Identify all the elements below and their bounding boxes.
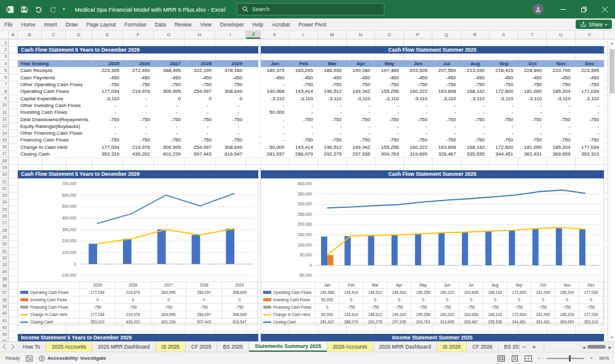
column-header-I[interactable]: I: [215, 31, 246, 39]
statement-cell[interactable]: -750: [518, 116, 547, 122]
menu-tab-page-layout[interactable]: Page Layout: [82, 18, 121, 31]
statement-cell[interactable]: -750: [518, 81, 547, 88]
month-header[interactable]: Jul: [432, 61, 461, 66]
statement-cell[interactable]: 353,319: [92, 151, 123, 157]
statement-cell[interactable]: -3,110: [547, 95, 576, 101]
month-header[interactable]: Jun: [404, 61, 433, 66]
search-input[interactable]: Search: [237, 3, 384, 15]
statement-cell[interactable]: 297,935: [347, 151, 376, 157]
statement-cell[interactable]: -: [375, 130, 404, 136]
statement-cell[interactable]: -: [154, 102, 184, 109]
row-filler[interactable]: [246, 130, 258, 136]
tab-scroll-left-icon[interactable]: [0, 342, 9, 352]
statement-cell[interactable]: -450: [461, 74, 490, 81]
statement-cell[interactable]: -750: [432, 116, 461, 122]
row-header-5[interactable]: 5: [0, 67, 9, 74]
statement-cell[interactable]: -750: [290, 81, 319, 88]
statement-cell[interactable]: -750: [123, 81, 154, 88]
statement-row-label[interactable]: Investing Cash Flows: [18, 109, 92, 116]
row-header-31[interactable]: 31: [0, 248, 9, 255]
statement-cell[interactable]: 185,204: [547, 88, 576, 95]
statement-cell[interactable]: 281,937: [261, 151, 290, 157]
statement-cell[interactable]: -750: [184, 136, 215, 143]
row-header-22[interactable]: 22: [0, 185, 9, 192]
statement-cell[interactable]: 183,245: [290, 67, 319, 74]
statement-cell[interactable]: 0: [154, 95, 184, 101]
normal-view-icon[interactable]: [498, 355, 505, 362]
statement-cell[interactable]: 228,840: [518, 67, 547, 74]
statement-cell[interactable]: 181,090: [518, 88, 547, 95]
month-header[interactable]: Jan: [261, 61, 290, 66]
statement-cell[interactable]: -750: [576, 116, 605, 122]
statement-cell[interactable]: 149,342: [347, 144, 376, 151]
statement-cell[interactable]: 190,280: [347, 67, 376, 74]
statement-cell[interactable]: -: [318, 130, 347, 136]
menu-tab-home[interactable]: Home: [17, 18, 40, 31]
statement-cell[interactable]: -: [461, 130, 490, 136]
column-header-M[interactable]: M: [318, 31, 347, 39]
row-header-18[interactable]: 18: [0, 157, 9, 164]
statement-cell[interactable]: 319,695: [404, 151, 433, 157]
statement-cell[interactable]: -750: [576, 136, 605, 143]
row-headers[interactable]: 1234567891011121314151617181920212223242…: [0, 39, 9, 341]
column-header-U[interactable]: U: [547, 31, 576, 39]
statement-cell[interactable]: -3,110: [290, 95, 319, 101]
statement-cell[interactable]: -3,110: [261, 95, 290, 101]
statement-row-label[interactable]: Cash Payments: [18, 74, 92, 81]
statement-cell[interactable]: -3,110: [576, 95, 605, 101]
row-header-9[interactable]: 9: [0, 95, 9, 101]
month-header[interactable]: Nov: [547, 61, 576, 66]
sheet-tab-2025-mrr-dashboard[interactable]: 2025 MRR Dashboard: [92, 342, 156, 352]
row-header-43[interactable]: 43: [0, 331, 9, 338]
row-filler[interactable]: [246, 88, 258, 95]
statement-cell[interactable]: 368,495: [154, 67, 184, 74]
statement-cell[interactable]: 163,608: [432, 144, 461, 151]
row-header-36[interactable]: 36: [0, 282, 9, 289]
statement-cell[interactable]: -: [123, 102, 154, 109]
row-filler[interactable]: [246, 102, 258, 109]
statement-cell[interactable]: 439,202: [123, 151, 154, 157]
statement-cell[interactable]: -3,110: [375, 95, 404, 101]
statement-cell[interactable]: -: [318, 102, 347, 109]
column-header-V[interactable]: V: [576, 31, 605, 39]
row-header-34[interactable]: 34: [0, 269, 9, 275]
column-header-H[interactable]: H: [184, 31, 215, 39]
statement-cell[interactable]: -: [215, 102, 246, 109]
statement-cell[interactable]: -: [461, 123, 490, 130]
statement-cell[interactable]: -: [92, 102, 123, 109]
statement-cell[interactable]: -750: [154, 116, 184, 122]
column-header-D[interactable]: D: [66, 31, 92, 39]
statement-cell[interactable]: -3,110: [432, 95, 461, 101]
column-header-P[interactable]: P: [404, 31, 433, 39]
statement-cell[interactable]: -450: [347, 74, 376, 81]
statement-cell[interactable]: -750: [547, 81, 576, 88]
statement-cell[interactable]: -750: [461, 81, 490, 88]
column-header-B[interactable]: B: [18, 31, 42, 39]
statement-cell[interactable]: -: [518, 123, 547, 130]
statement-cell[interactable]: -: [547, 130, 576, 136]
statement-cell[interactable]: 254,097: [184, 88, 215, 95]
statement-cell[interactable]: -750: [461, 116, 490, 122]
qat-customize-icon[interactable]: ▾: [63, 7, 65, 12]
menu-tab-review[interactable]: Review: [170, 18, 196, 31]
statement-cell[interactable]: -750: [404, 136, 433, 143]
row-header-15[interactable]: 15: [0, 136, 9, 143]
hscroll-right-icon[interactable]: ▶: [608, 345, 611, 349]
statement-cell[interactable]: -: [154, 123, 184, 130]
statement-cell[interactable]: 219,976: [123, 88, 154, 95]
year-ending-header[interactable]: Year Ending: [18, 61, 92, 66]
statement-cell[interactable]: 300,995: [154, 88, 184, 95]
statement-cell[interactable]: -: [432, 123, 461, 130]
zoom-out-icon[interactable]: −: [538, 355, 541, 361]
statement-cell[interactable]: -: [184, 123, 215, 130]
statement-cell[interactable]: -750: [490, 116, 518, 122]
statement-cell[interactable]: 207,550: [432, 67, 461, 74]
statement-cell[interactable]: -3,110: [518, 95, 547, 101]
statement-cell[interactable]: 272,490: [123, 67, 154, 74]
statement-cell[interactable]: -: [123, 130, 154, 136]
statement-cell[interactable]: -: [290, 102, 319, 109]
row-header-23[interactable]: 23: [0, 192, 9, 199]
statement-cell[interactable]: -: [184, 109, 215, 116]
add-sheet-button[interactable]: +: [530, 342, 539, 352]
statement-cell[interactable]: 344,451: [490, 151, 518, 157]
